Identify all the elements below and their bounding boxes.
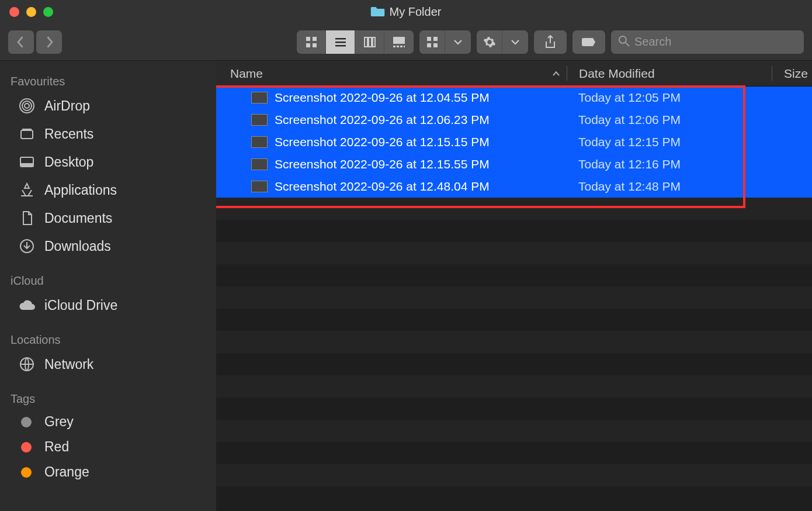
sidebar-section-tags: Tags (0, 386, 216, 409)
action-menu-button[interactable] (477, 30, 528, 54)
sidebar-tag-red[interactable]: Red (0, 434, 216, 460)
svg-rect-1 (313, 37, 317, 41)
file-date: Today at 12:05 PM (567, 91, 771, 105)
svg-rect-12 (397, 46, 399, 47)
file-date: Today at 12:16 PM (567, 157, 771, 171)
file-date: Today at 12:06 PM (567, 113, 771, 127)
folder-icon (371, 6, 385, 18)
sidebar-item-label: Documents (44, 210, 112, 226)
svg-point-19 (619, 36, 626, 43)
search-field[interactable] (611, 30, 804, 54)
sidebar-item-desktop[interactable]: Desktop (0, 148, 216, 176)
column-header-size[interactable]: Size (772, 67, 812, 81)
chevron-down-icon (445, 30, 471, 54)
maximize-window-button[interactable] (43, 7, 53, 17)
column-header-date[interactable]: Date Modified (567, 67, 772, 81)
file-row[interactable]: Screenshot 2022-09-26 at 12.15.55 PM Tod… (216, 153, 812, 175)
sidebar-item-airdrop[interactable]: AirDrop (0, 92, 216, 120)
sidebar-item-documents[interactable]: Documents (0, 204, 216, 232)
sidebar-item-applications[interactable]: Applications (0, 176, 216, 204)
svg-rect-25 (22, 129, 32, 130)
file-name: Screenshot 2022-09-26 at 12.48.04 PM (275, 179, 490, 194)
tags-button[interactable] (572, 30, 605, 54)
sidebar-item-network[interactable]: Network (0, 350, 216, 378)
file-name: Screenshot 2022-09-26 at 12.06.23 PM (275, 113, 490, 127)
icon-view-button[interactable] (297, 30, 326, 54)
file-thumbnail-icon (251, 114, 268, 126)
svg-rect-18 (433, 43, 438, 47)
file-row[interactable]: Screenshot 2022-09-26 at 12.06.23 PM Tod… (216, 109, 812, 131)
svg-rect-17 (427, 43, 431, 47)
file-list-pane: Name Date Modified Size Screenshot 2022-… (216, 61, 812, 511)
desktop-icon (18, 153, 36, 171)
file-name: Screenshot 2022-09-26 at 12.04.55 PM (275, 91, 490, 105)
tag-dot-icon (21, 442, 32, 453)
file-date: Today at 12:15 PM (567, 135, 771, 149)
toolbar (0, 23, 812, 61)
back-button[interactable] (8, 30, 34, 54)
file-row[interactable]: Screenshot 2022-09-26 at 12.48.04 PM Tod… (216, 175, 812, 198)
column-header-label: Date Modified (579, 67, 655, 80)
sidebar-item-label: Red (44, 439, 69, 455)
sidebar-item-label: Applications (44, 182, 117, 198)
share-button[interactable] (534, 30, 567, 54)
sidebar-tag-orange[interactable]: Orange (0, 460, 216, 485)
forward-button[interactable] (36, 30, 62, 54)
airdrop-icon (18, 96, 36, 115)
svg-rect-11 (393, 46, 395, 47)
search-icon (618, 35, 630, 49)
applications-icon (18, 181, 36, 199)
sidebar-section-icloud: iCloud (0, 268, 216, 291)
svg-rect-5 (335, 42, 346, 43)
svg-point-22 (22, 101, 32, 111)
window-title: My Folder (371, 5, 442, 19)
close-window-button[interactable] (9, 7, 19, 17)
svg-rect-24 (21, 130, 33, 139)
file-row[interactable]: Screenshot 2022-09-26 at 12.04.55 PM Tod… (216, 87, 812, 109)
column-header-label: Name (230, 67, 263, 81)
sidebar-item-downloads[interactable]: Downloads (0, 232, 216, 260)
file-rows: Screenshot 2022-09-26 at 12.04.55 PM Tod… (216, 87, 812, 509)
svg-rect-10 (393, 37, 405, 44)
file-date: Today at 12:48 PM (567, 179, 771, 194)
svg-rect-27 (20, 163, 33, 167)
cloud-icon (18, 296, 36, 315)
svg-rect-0 (306, 37, 310, 41)
svg-point-21 (25, 103, 29, 108)
sidebar-tag-grey[interactable]: Grey (0, 409, 216, 434)
titlebar: My Folder (0, 0, 812, 23)
sidebar-item-recents[interactable]: Recents (0, 120, 216, 148)
sidebar-section-favourites: Favourites (0, 69, 216, 92)
column-header-label: Size (784, 67, 808, 80)
group-by-button[interactable] (419, 30, 471, 54)
recents-icon (18, 125, 36, 143)
column-view-button[interactable] (355, 30, 384, 54)
empty-rows (216, 198, 812, 509)
sidebar-item-label: Downloads (44, 239, 111, 254)
gallery-view-button[interactable] (384, 30, 414, 54)
sidebar-item-icloud-drive[interactable]: iCloud Drive (0, 291, 216, 319)
minimize-window-button[interactable] (26, 7, 36, 17)
gear-icon (477, 30, 502, 54)
sidebar-item-label: Orange (44, 464, 89, 480)
svg-rect-6 (335, 45, 346, 47)
column-headers: Name Date Modified Size (216, 61, 812, 87)
svg-line-20 (626, 43, 629, 46)
network-icon (18, 355, 36, 374)
svg-rect-3 (313, 43, 317, 47)
sidebar-item-label: Recents (44, 126, 93, 142)
svg-rect-8 (369, 37, 372, 47)
svg-rect-15 (427, 37, 431, 41)
tag-dot-icon (21, 417, 32, 427)
svg-rect-4 (335, 38, 346, 40)
file-row[interactable]: Screenshot 2022-09-26 at 12.15.15 PM Tod… (216, 131, 812, 153)
sidebar-item-label: AirDrop (44, 98, 90, 114)
list-view-button[interactable] (326, 30, 355, 54)
search-input[interactable] (634, 35, 797, 49)
tag-dot-icon (21, 467, 32, 478)
column-header-name[interactable]: Name (216, 67, 567, 81)
sort-ascending-icon (553, 69, 560, 78)
sidebar-item-label: Grey (44, 414, 74, 430)
chevron-down-icon (502, 30, 528, 54)
svg-rect-9 (373, 37, 375, 47)
